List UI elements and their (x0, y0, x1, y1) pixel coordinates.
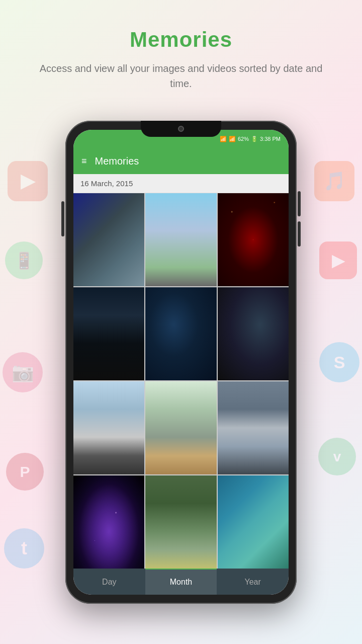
grid-cell-red-car[interactable] (145, 381, 216, 474)
grid-cell-lamborghini[interactable] (73, 381, 144, 474)
grid-cell-vintage-car[interactable] (218, 381, 289, 474)
tab-month[interactable]: Month (145, 569, 217, 595)
grid-cell-night-trees[interactable] (73, 287, 144, 380)
app-bar-title: Memories (95, 155, 139, 167)
grid-cell-earth[interactable] (73, 193, 144, 286)
grid-cell-coast[interactable] (218, 475, 289, 569)
title-area: Memories Access and view all your images… (0, 28, 362, 91)
phone-screen: 📶 📶 62% 🔋 3:38 PM ≡ Memories 16 March, 2… (73, 130, 289, 595)
page-subtitle: Access and view all your images and vide… (0, 61, 362, 91)
grid-cell-jet[interactable] (145, 193, 216, 286)
volume-down-button (298, 221, 301, 247)
battery-percent: 62% (238, 136, 249, 142)
wifi-icon: 📶 (220, 136, 227, 142)
time-display: 3:38 PM (260, 136, 281, 142)
camera-cutout (178, 126, 184, 132)
tab-bar: Day Month Year (73, 569, 289, 595)
tab-day[interactable]: Day (73, 569, 145, 595)
battery-icon: 🔋 (251, 136, 258, 142)
tab-year[interactable]: Year (217, 569, 289, 595)
date-header: 16 March, 2015 (73, 174, 289, 193)
app-bar: ≡ Memories (73, 148, 289, 174)
grid-cell-planet[interactable] (218, 287, 289, 380)
phone-notch (141, 121, 221, 137)
signal-icon: 📶 (229, 136, 236, 142)
volume-up-button (298, 191, 301, 216)
image-grid (73, 193, 289, 569)
grid-cell-galaxy[interactable] (73, 475, 144, 569)
grid-cell-space-red[interactable] (218, 193, 289, 286)
status-icons: 📶 📶 62% 🔋 3:38 PM (220, 136, 281, 142)
power-button (61, 201, 64, 236)
menu-icon[interactable]: ≡ (81, 156, 87, 166)
grid-cell-ice-dark[interactable] (145, 287, 216, 380)
phone-mockup: 📶 📶 62% 🔋 3:38 PM ≡ Memories 16 March, 2… (65, 121, 297, 604)
grid-cell-aerial[interactable] (145, 475, 216, 569)
page-title: Memories (0, 28, 362, 52)
